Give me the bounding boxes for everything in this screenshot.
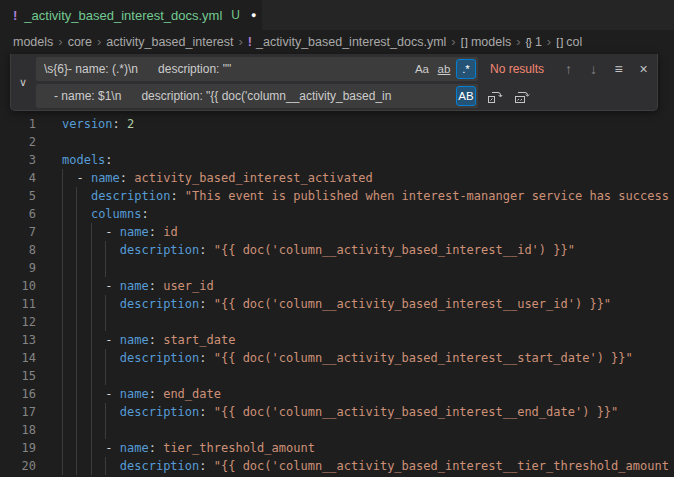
code-token: description	[120, 243, 199, 257]
code-token	[62, 189, 91, 203]
line-number[interactable]: 19	[0, 439, 36, 457]
line-number[interactable]: 15	[0, 367, 36, 385]
indent-guide	[91, 367, 92, 385]
breadcrumb-separator-icon: ›	[451, 34, 455, 49]
code-line[interactable]: description: "{{ doc('column__activity_b…	[62, 457, 669, 475]
array-icon: [ ]	[461, 36, 467, 48]
code-line[interactable]: - name: activity_based_interest_activate…	[62, 169, 373, 187]
toggle-replace-button[interactable]: ∨	[11, 54, 35, 110]
indent-guide	[91, 313, 92, 331]
line-number[interactable]: 16	[0, 385, 36, 403]
find-input[interactable]: \s{6}- name: (.*)\n description: "" Aaab…	[36, 57, 478, 81]
code-token: 2	[127, 117, 134, 131]
code-line[interactable]: description: "{{ doc('column__activity_b…	[62, 295, 611, 313]
code-line[interactable]: version: 2	[62, 115, 134, 133]
breadcrumb-label: models	[13, 35, 53, 49]
line-number[interactable]: 8	[0, 241, 36, 259]
breadcrumb-item[interactable]: [ ]col	[556, 35, 582, 49]
tab-active[interactable]: ! _activity_based_interest_docs.yml U ●	[0, 0, 262, 30]
use-regex-toggle[interactable]: .*	[456, 59, 476, 79]
breadcrumb-item[interactable]: core	[68, 35, 92, 49]
whole-word-toggle[interactable]: ab	[434, 59, 454, 79]
code-line[interactable]: - name: tier_threshold_amount	[62, 439, 315, 457]
code-line[interactable]: columns:	[62, 205, 149, 223]
code-token	[62, 459, 120, 473]
code-token: description	[120, 459, 199, 473]
breadcrumb-item[interactable]: [ ]models	[461, 35, 511, 49]
code-token	[62, 405, 120, 419]
indent-guide	[62, 259, 63, 277]
breadcrumb-item[interactable]: {}1	[526, 35, 542, 49]
code-token	[62, 297, 120, 311]
line-number[interactable]: 3	[0, 151, 36, 169]
breadcrumb-item[interactable]: models	[13, 35, 53, 49]
replace-button[interactable]	[484, 86, 505, 107]
code-token: activity_based_interest_activated	[134, 171, 372, 185]
code-token: "{{ doc('column__activity_based_interest…	[214, 459, 669, 473]
code-line[interactable]: - name: user_id	[62, 277, 214, 295]
code-token: :	[199, 351, 213, 365]
line-number[interactable]: 9	[0, 259, 36, 277]
line-number[interactable]: 10	[0, 277, 36, 295]
code-line[interactable]: description: "{{ doc('column__activity_b…	[62, 403, 618, 421]
arrow-up-icon: ↑	[565, 61, 572, 77]
replace-all-button[interactable]	[511, 86, 532, 107]
code-token	[62, 207, 91, 221]
selection-icon: ≡	[614, 61, 622, 77]
code-line[interactable]: - name: start_date	[62, 331, 235, 349]
code-line[interactable]: - name: end_date	[62, 385, 221, 403]
code-token: name	[120, 441, 149, 455]
breadcrumb-separator-icon: ›	[58, 34, 62, 49]
match-case-toggle[interactable]: Aa	[412, 59, 432, 79]
code-token	[62, 243, 120, 257]
code-token: description	[120, 297, 199, 311]
line-number[interactable]: 5	[0, 187, 36, 205]
close-icon: ×	[639, 61, 647, 77]
breadcrumb-label: activity_based_interest	[106, 35, 233, 49]
code-line[interactable]: description: "{{ doc('column__activity_b…	[62, 241, 575, 259]
code-token: -	[62, 279, 120, 293]
breadcrumb-separator-icon: ›	[238, 34, 242, 49]
breadcrumb-label: 1	[535, 35, 542, 49]
modified-dot-icon[interactable]: ●	[251, 10, 256, 20]
line-number[interactable]: 18	[0, 421, 36, 439]
next-match-button[interactable]: ↓	[583, 59, 604, 80]
breadcrumb-item[interactable]: !_activity_based_interest_docs.yml	[248, 35, 447, 49]
line-number[interactable]: 20	[0, 457, 36, 475]
code-line[interactable]: description: "This event is published wh…	[62, 187, 669, 205]
preserve-case-toggle[interactable]: AB	[456, 86, 476, 106]
line-number[interactable]: 1	[0, 115, 36, 133]
line-number[interactable]: 6	[0, 205, 36, 223]
code-token: name	[91, 171, 120, 185]
indent-guide	[105, 259, 106, 277]
indent-guide	[76, 421, 77, 439]
line-number[interactable]: 13	[0, 331, 36, 349]
line-number[interactable]: 14	[0, 349, 36, 367]
line-number[interactable]: 12	[0, 313, 36, 331]
line-number[interactable]: 7	[0, 223, 36, 241]
line-number[interactable]: 2	[0, 133, 36, 151]
find-in-selection-button[interactable]: ≡	[608, 59, 629, 80]
editor[interactable]: 1version: 223models:4 - name: activity_b…	[0, 53, 674, 477]
breadcrumb-separator-icon: ›	[547, 34, 551, 49]
indent-guide	[76, 313, 77, 331]
code-token: "{{ doc('column__activity_based_interest…	[214, 405, 619, 419]
code-token: -	[62, 333, 120, 347]
yaml-warning-icon: !	[248, 35, 252, 49]
breadcrumb-label: _activity_based_interest_docs.yml	[256, 35, 446, 49]
breadcrumb-item[interactable]: activity_based_interest	[106, 35, 233, 49]
line-number[interactable]: 11	[0, 295, 36, 313]
code-line[interactable]: - name: id	[62, 223, 178, 241]
previous-match-button[interactable]: ↑	[558, 59, 579, 80]
code-line[interactable]: description: "{{ doc('column__activity_b…	[62, 349, 633, 367]
code-line[interactable]: models:	[62, 151, 113, 169]
replace-input[interactable]: - name: $1\n description: "{{ doc('colum…	[36, 84, 478, 108]
indent-guide	[91, 259, 92, 277]
tab-bar: ! _activity_based_interest_docs.yml U ●	[0, 0, 674, 30]
line-number[interactable]: 17	[0, 403, 36, 421]
close-button[interactable]: ×	[633, 59, 654, 80]
tab-title: _activity_based_interest_docs.yml	[24, 8, 222, 23]
line-number[interactable]: 4	[0, 169, 36, 187]
code-token: :	[199, 297, 213, 311]
code-token: end_date	[163, 387, 221, 401]
